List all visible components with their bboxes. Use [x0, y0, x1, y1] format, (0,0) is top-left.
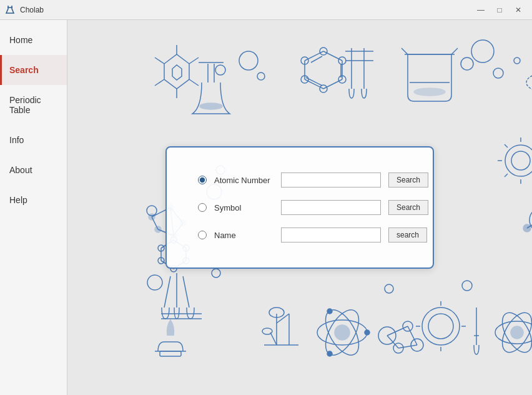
- atomic-number-input[interactable]: [281, 172, 381, 188]
- svg-point-43: [514, 58, 520, 64]
- title-bar: Cholab — □ ✕: [0, 0, 532, 20]
- svg-point-12: [200, 103, 222, 109]
- svg-line-114: [398, 345, 417, 348]
- svg-line-98: [270, 332, 277, 345]
- svg-point-79: [158, 258, 164, 264]
- sidebar-item-about[interactable]: About: [0, 155, 67, 185]
- svg-point-62: [212, 269, 220, 278]
- svg-line-23: [323, 51, 342, 61]
- svg-point-74: [158, 245, 164, 251]
- svg-point-58: [147, 206, 157, 216]
- svg-point-143: [530, 208, 532, 232]
- svg-point-101: [317, 320, 367, 345]
- name-radio[interactable]: [198, 231, 207, 239]
- svg-point-108: [403, 321, 413, 331]
- svg-point-102: [319, 304, 366, 360]
- name-input[interactable]: [281, 228, 381, 242]
- atomic-number-radio[interactable]: [198, 176, 207, 184]
- svg-line-54: [505, 144, 508, 148]
- svg-point-96: [269, 308, 284, 318]
- svg-line-111: [387, 326, 408, 336]
- svg-point-126: [496, 308, 532, 358]
- sidebar-item-search[interactable]: Search: [0, 55, 67, 85]
- title-bar-left: Cholab: [5, 5, 44, 15]
- svg-point-61: [147, 275, 162, 290]
- app-body: Home Search Periodic Table Info About He…: [0, 20, 532, 395]
- title-bar-controls: — □ ✕: [472, 2, 527, 18]
- svg-line-25: [323, 79, 342, 89]
- svg-point-125: [496, 308, 532, 358]
- svg-line-22: [305, 51, 323, 61]
- name-search-button[interactable]: search: [388, 228, 427, 242]
- svg-point-45: [526, 73, 532, 92]
- svg-line-5: [189, 58, 199, 64]
- svg-point-15: [257, 72, 265, 80]
- svg-point-106: [327, 351, 332, 356]
- svg-marker-1: [164, 54, 189, 89]
- symbol-input[interactable]: [281, 200, 381, 215]
- svg-point-124: [495, 321, 532, 344]
- svg-point-103: [319, 304, 366, 360]
- svg-line-30: [306, 78, 322, 86]
- svg-point-16: [301, 57, 308, 64]
- svg-line-149: [527, 225, 532, 228]
- svg-point-13: [215, 65, 225, 75]
- close-button[interactable]: ✕: [510, 2, 527, 18]
- minimize-button[interactable]: —: [472, 2, 490, 18]
- svg-line-112: [387, 336, 398, 348]
- svg-point-63: [149, 214, 155, 220]
- maximize-button[interactable]: □: [491, 2, 508, 18]
- sidebar-item-home[interactable]: Home: [0, 25, 67, 55]
- svg-point-99: [262, 328, 272, 334]
- svg-line-88: [183, 276, 189, 308]
- svg-point-17: [320, 48, 327, 55]
- sidebar-item-periodic-table[interactable]: Periodic Table: [0, 85, 67, 125]
- atomic-number-row: Atomic Number Search: [198, 172, 401, 188]
- svg-point-42: [493, 68, 503, 78]
- name-row: Name search: [198, 228, 401, 242]
- svg-line-113: [408, 326, 417, 345]
- svg-point-18: [338, 57, 346, 64]
- content-area: Atomic Number Search Symbol Search Name …: [67, 20, 532, 395]
- svg-point-40: [461, 58, 473, 70]
- svg-point-47: [528, 62, 532, 104]
- sidebar-item-help[interactable]: Help: [0, 185, 67, 215]
- svg-point-41: [471, 40, 494, 62]
- svg-line-3: [155, 58, 164, 64]
- svg-point-107: [378, 327, 396, 344]
- symbol-search-button[interactable]: Search: [388, 200, 428, 215]
- svg-point-48: [505, 145, 532, 176]
- svg-point-138: [462, 281, 472, 291]
- svg-point-146: [523, 224, 531, 232]
- sidebar: Home Search Periodic Table Info About He…: [0, 20, 67, 395]
- svg-line-4: [155, 79, 164, 86]
- sidebar-item-info[interactable]: Info: [0, 125, 67, 155]
- svg-point-39: [414, 88, 445, 96]
- symbol-radio[interactable]: [198, 203, 207, 212]
- svg-point-105: [327, 309, 332, 314]
- atomic-number-label: Atomic Number: [214, 176, 273, 185]
- svg-point-109: [393, 343, 403, 353]
- svg-line-6: [189, 79, 199, 86]
- svg-point-116: [428, 314, 453, 339]
- svg-point-20: [320, 85, 327, 92]
- svg-point-14: [239, 51, 258, 70]
- atomic-number-search-button[interactable]: Search: [388, 172, 428, 188]
- svg-line-72: [152, 217, 158, 229]
- svg-point-100: [335, 325, 350, 340]
- svg-point-21: [301, 76, 308, 83]
- svg-point-115: [422, 308, 460, 345]
- svg-point-104: [365, 330, 370, 335]
- svg-point-49: [511, 151, 530, 170]
- svg-point-67: [155, 226, 161, 232]
- svg-line-28: [311, 56, 322, 62]
- svg-line-86: [164, 276, 170, 308]
- svg-point-19: [338, 76, 346, 83]
- svg-line-37: [451, 48, 458, 54]
- svg-rect-92: [160, 351, 181, 356]
- svg-line-26: [305, 79, 323, 89]
- symbol-label: Symbol: [214, 203, 273, 212]
- svg-marker-2: [172, 65, 182, 80]
- svg-point-137: [385, 284, 393, 293]
- svg-point-123: [511, 326, 523, 339]
